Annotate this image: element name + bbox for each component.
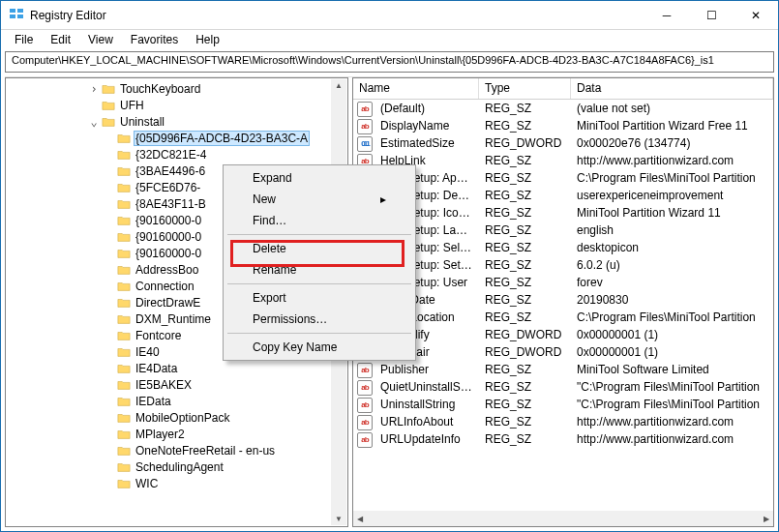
ctx-rename[interactable]: Rename (225, 259, 413, 281)
tree-item[interactable]: OneNoteFreeRetail - en-us (6, 442, 347, 458)
menu-help[interactable]: Help (188, 31, 227, 48)
value-row[interactable]: Inno Setup: Des…REG_SZuserexpericeneimpr… (353, 187, 773, 204)
tree-item[interactable]: ⌄Uninstall (6, 113, 347, 130)
tree-item[interactable]: ›TouchKeyboard (6, 80, 347, 97)
value-row[interactable]: Inno Setup: UserREG_SZforev (353, 274, 773, 291)
scroll-left-icon[interactable]: ◀ (353, 515, 367, 523)
tree-item-label: Connection (134, 280, 196, 293)
ctx-new[interactable]: New▸ (225, 189, 413, 210)
value-row[interactable]: InstallLocationREG_SZC:\Program Files\Mi… (353, 309, 773, 326)
tree-item-label: IE4Data (134, 362, 179, 375)
value-data: 6.0.2 (u) (571, 258, 773, 272)
col-name[interactable]: Name (353, 78, 479, 99)
folder-icon (101, 82, 116, 96)
menu-view[interactable]: View (80, 31, 121, 48)
tree-item[interactable]: IE5BAKEX (6, 376, 347, 393)
menu-edit[interactable]: Edit (43, 31, 78, 48)
value-row[interactable]: Inno Setup: Lan…REG_SZenglish (353, 222, 773, 239)
reg-sz-icon (357, 362, 373, 377)
tree-item[interactable]: MPlayer2 (6, 426, 347, 442)
chevron-down-icon[interactable]: ⌄ (87, 115, 101, 129)
value-type: REG_SZ (479, 223, 571, 237)
list-hscroll[interactable]: ◀ ▶ (353, 511, 773, 526)
maximize-button[interactable]: ☐ (689, 1, 734, 29)
ctx-permissions[interactable]: Permissions… (225, 309, 413, 330)
tree-item-label: {8AE43F11-B (134, 197, 208, 211)
ctx-find[interactable]: Find… (225, 210, 413, 231)
tree-item[interactable]: {32DC821E-4 (6, 146, 347, 163)
menu-file[interactable]: File (7, 31, 41, 48)
value-row[interactable]: URLUpdateInfoREG_SZhttp://www.partitionw… (353, 430, 773, 448)
value-type: REG_SZ (479, 380, 571, 394)
tree-item-label: {05D996FA-ADCB-4D23-BA3C-A (134, 131, 310, 146)
tree-item[interactable]: SchedulingAgent (6, 458, 347, 475)
value-row[interactable]: NoRepairREG_DWORD0x00000001 (1) (353, 343, 773, 361)
value-type: REG_SZ (479, 102, 571, 115)
value-type: REG_SZ (479, 293, 571, 307)
tree-item[interactable]: IEData (6, 393, 347, 409)
value-name: DisplayName (375, 119, 479, 133)
window-controls: ─ ☐ ✕ (644, 1, 778, 29)
folder-icon (116, 312, 132, 326)
value-row[interactable]: URLInfoAboutREG_SZhttp://www.partitionwi… (353, 413, 773, 430)
scroll-down-icon[interactable]: ▼ (335, 513, 343, 525)
value-row[interactable]: UninstallStringREG_SZ"C:\Program Files\M… (353, 396, 773, 413)
ctx-export[interactable]: Export (225, 287, 413, 309)
scroll-up-icon[interactable]: ▲ (335, 79, 343, 92)
value-data: desktopicon (571, 241, 773, 254)
tree-item[interactable]: {05D996FA-ADCB-4D23-BA3C-A (6, 130, 347, 146)
value-type: REG_SZ (479, 276, 571, 289)
value-row[interactable]: Inno Setup: Icon…REG_SZMiniTool Partitio… (353, 204, 773, 222)
value-type: REG_SZ (479, 398, 571, 411)
value-row[interactable]: (Default)REG_SZ(value not set) (353, 100, 773, 117)
value-name: (Default) (375, 102, 479, 115)
close-button[interactable]: ✕ (734, 1, 778, 29)
value-row[interactable]: PublisherREG_SZMiniTool Software Limited (353, 361, 773, 378)
tree-item[interactable]: IE4Data (6, 360, 347, 376)
tree-item[interactable]: WIC (6, 475, 347, 491)
tree-item-label: TouchKeyboard (118, 82, 202, 96)
address-bar[interactable]: Computer\HKEY_LOCAL_MACHINE\SOFTWARE\Mic… (5, 51, 774, 73)
folder-icon (116, 428, 132, 441)
value-row[interactable]: InstallDateREG_SZ20190830 (353, 291, 773, 309)
ctx-copy-key-name[interactable]: Copy Key Name (225, 337, 413, 358)
value-row[interactable]: NoModifyREG_DWORD0x00000001 (1) (353, 326, 773, 343)
folder-icon (116, 460, 132, 474)
value-row[interactable]: Inno Setup: Sele…REG_SZdesktopicon (353, 239, 773, 256)
ctx-sep (227, 283, 411, 284)
menu-favorites[interactable]: Favorites (123, 31, 186, 48)
value-data: MiniTool Software Limited (571, 363, 773, 376)
svg-rect-1 (17, 9, 23, 13)
folder-icon (116, 477, 132, 490)
app-icon (9, 6, 24, 24)
value-data: C:\Program Files\MiniTool Partition (571, 171, 773, 185)
value-row[interactable]: Inno Setup: App…REG_SZC:\Program Files\M… (353, 169, 773, 187)
value-data: 0x00000001 (1) (571, 345, 773, 359)
value-row[interactable]: EstimatedSizeREG_DWORD0x00020e76 (134774… (353, 134, 773, 152)
window-title: Registry Editor (30, 9, 106, 22)
value-row[interactable]: HelpLinkREG_SZhttp://www.partitionwizard… (353, 152, 773, 169)
value-type: REG_SZ (479, 432, 571, 446)
ctx-expand[interactable]: Expand (225, 167, 413, 189)
value-data: "C:\Program Files\MiniTool Partition (571, 398, 773, 411)
folder-icon (116, 181, 132, 194)
col-data[interactable]: Data (571, 78, 773, 99)
col-type[interactable]: Type (479, 78, 571, 99)
value-row[interactable]: DisplayNameREG_SZMiniTool Partition Wiza… (353, 117, 773, 134)
submenu-arrow-icon: ▸ (380, 192, 386, 206)
value-row[interactable]: QuietUninstallSt…REG_SZ"C:\Program Files… (353, 378, 773, 396)
tree-item[interactable]: MobileOptionPack (6, 409, 347, 426)
value-data: forev (571, 276, 773, 289)
tree-item-label: WIC (134, 477, 160, 490)
value-row[interactable]: Inno Setup: Setu…REG_SZ6.0.2 (u) (353, 256, 773, 274)
ctx-delete[interactable]: Delete (225, 238, 413, 259)
chevron-right-icon[interactable]: › (87, 82, 101, 96)
reg-sz-icon (357, 379, 373, 395)
value-data: "C:\Program Files\MiniTool Partition (571, 380, 773, 394)
scroll-right-icon[interactable]: ▶ (760, 515, 773, 523)
values-list[interactable]: (Default)REG_SZ(value not set)DisplayNam… (353, 100, 773, 511)
tree-item[interactable]: UFH (6, 97, 347, 113)
tree-item-label: {90160000-0 (134, 230, 203, 244)
minimize-button[interactable]: ─ (644, 1, 689, 29)
value-name: UninstallString (375, 398, 479, 411)
